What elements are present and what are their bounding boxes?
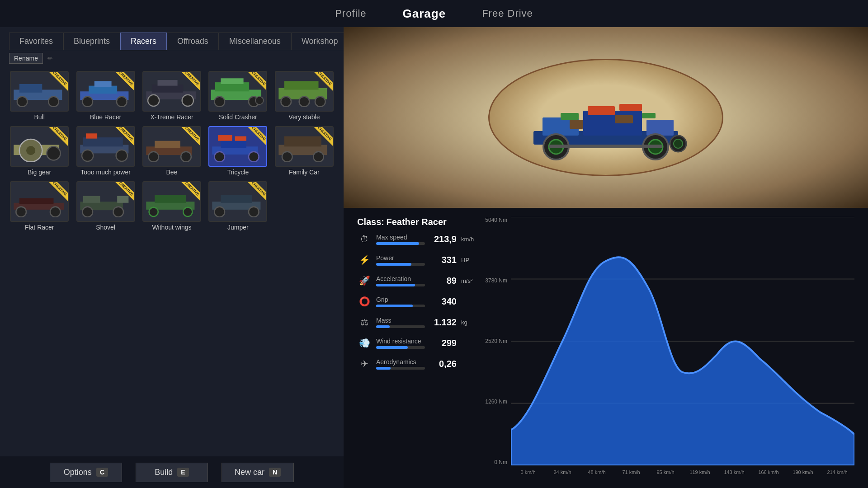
stat-info: Acceleration	[376, 275, 425, 286]
chart-x-label: 71 km/h	[614, 469, 648, 475]
stat-icon-6: ✈	[357, 357, 372, 371]
svg-rect-11	[157, 80, 177, 86]
car-item-very-stable[interactable]: Very stable	[274, 71, 335, 121]
stat-info: Power	[376, 254, 425, 266]
creative-badge	[46, 71, 69, 94]
stat-info: Wind resistance	[376, 338, 425, 349]
newcar-button[interactable]: New car N	[222, 463, 294, 482]
car-thumbnail	[10, 126, 69, 167]
svg-point-3	[48, 97, 59, 107]
rename-button[interactable]: Rename	[9, 53, 43, 64]
stat-unit: HP	[461, 257, 475, 263]
svg-rect-69	[588, 106, 615, 115]
stat-name-label: Grip	[376, 296, 425, 303]
left-panel: Favorites Blueprints Racers Offroads Mis…	[0, 27, 344, 488]
car-thumbnail	[208, 126, 267, 167]
car-item-jumper[interactable]: Jumper	[208, 181, 268, 231]
car-item-family-car[interactable]: Family Car	[274, 126, 335, 176]
svg-rect-80	[570, 120, 583, 129]
car-name-label: Blue Racer	[90, 113, 121, 121]
creative-badge	[311, 71, 334, 94]
svg-point-46	[282, 152, 292, 162]
car-name-label: Family Car	[289, 169, 320, 176]
car-thumbnail	[76, 126, 135, 167]
stat-bar-fill	[376, 263, 411, 266]
svg-rect-39	[221, 140, 247, 149]
tab-miscellaneous[interactable]: Miscellaneous	[219, 33, 291, 50]
tab-workshop[interactable]: Workshop	[291, 33, 349, 50]
chart-x-label: 166 km/h	[751, 469, 786, 475]
svg-rect-35	[155, 141, 180, 148]
chart-x-label: 95 km/h	[648, 469, 683, 475]
car-name-label: Tooo much power	[80, 169, 131, 176]
stat-bar-fill	[376, 346, 408, 349]
car-item-flat-racer[interactable]: Flat Racer	[9, 181, 70, 231]
stat-value: 1.132	[429, 317, 457, 328]
chart-y-label: 2520 Nm	[485, 338, 507, 344]
svg-point-2	[17, 97, 28, 107]
options-label: Options	[64, 468, 92, 477]
stat-icon-3: ⭕	[357, 294, 372, 309]
car-item-bee[interactable]: Bee	[142, 126, 202, 176]
chart-x-labels: 0 km/h24 km/h48 km/h71 km/h95 km/h119 km…	[511, 465, 854, 479]
svg-point-36	[148, 152, 159, 162]
car-name-label: Big gear	[28, 169, 51, 176]
nav-garage[interactable]: Garage	[403, 7, 446, 21]
svg-point-37	[181, 152, 191, 162]
car-thumbnail	[275, 126, 334, 167]
svg-point-60	[183, 207, 192, 216]
stat-name-label: Acceleration	[376, 275, 425, 282]
stat-bar-fill	[376, 305, 413, 307]
car-item-tooo-much-power[interactable]: Tooo much power	[75, 126, 136, 176]
stat-bar-fill	[376, 367, 391, 370]
stat-name-label: Mass	[376, 317, 425, 324]
tab-blueprints[interactable]: Blueprints	[63, 33, 120, 50]
stat-icon-5: 💨	[357, 336, 372, 350]
stat-name-label: Max speed	[376, 234, 425, 241]
stat-info: Grip	[376, 296, 425, 307]
car-name-label: X-Treme Racer	[150, 113, 193, 121]
svg-point-50	[16, 207, 27, 217]
stat-bar-track	[376, 263, 425, 266]
car-item-x-treme-racer[interactable]: X-Treme Racer	[142, 71, 202, 121]
stat-bar-track	[376, 242, 425, 245]
newcar-key: N	[269, 468, 281, 477]
car-item-without-wings[interactable]: Without wings	[142, 181, 202, 231]
car-item-solid-crasher[interactable]: Solid Crasher	[208, 71, 268, 121]
tab-racers[interactable]: Racers	[120, 33, 167, 50]
stat-icon-2: 🚀	[357, 273, 372, 288]
stat-row-power: ⚡ Power 331 HP	[357, 253, 475, 267]
stat-bar-track	[376, 346, 425, 349]
chart-y-label: 5040 Nm	[485, 217, 507, 223]
chart-x-label: 48 km/h	[580, 469, 614, 475]
tab-favorites[interactable]: Favorites	[9, 33, 63, 50]
car-item-tricycle[interactable]: Tricycle	[208, 126, 268, 176]
chart-svg-area	[511, 217, 854, 465]
build-label: Build	[155, 468, 173, 477]
creative-badge	[46, 126, 69, 149]
car-item-big-gear[interactable]: Big gear	[9, 126, 70, 176]
stat-unit: m/s²	[461, 277, 475, 284]
nav-profile[interactable]: Profile	[335, 8, 366, 19]
build-button[interactable]: Build E	[136, 463, 208, 482]
options-button[interactable]: Options C	[50, 463, 122, 482]
car-item-bull[interactable]: Bull	[9, 71, 70, 121]
svg-rect-54	[83, 196, 100, 203]
svg-point-78	[674, 139, 683, 148]
tab-offroads[interactable]: Offroads	[167, 33, 219, 50]
svg-rect-71	[561, 113, 579, 120]
car-name-label: Without wings	[152, 224, 191, 231]
creative-badge	[179, 181, 201, 204]
bottom-toolbar: Options C Build E New car N	[0, 456, 344, 488]
stat-value: 340	[429, 296, 457, 307]
chart-y-label: 1260 Nm	[485, 399, 507, 405]
car-thumbnail	[10, 181, 69, 222]
car-item-shovel[interactable]: Shovel	[75, 181, 136, 231]
svg-point-33	[116, 150, 127, 161]
nav-freedrive[interactable]: Free Drive	[482, 8, 533, 19]
rename-bar: Rename ✏	[0, 50, 344, 66]
chart-x-label: 24 km/h	[545, 469, 580, 475]
car-item-blue-racer[interactable]: Blue Racer	[75, 71, 136, 121]
creative-badge	[113, 181, 135, 204]
stat-row-windresistance: 💨 Wind resistance 299	[357, 336, 475, 350]
